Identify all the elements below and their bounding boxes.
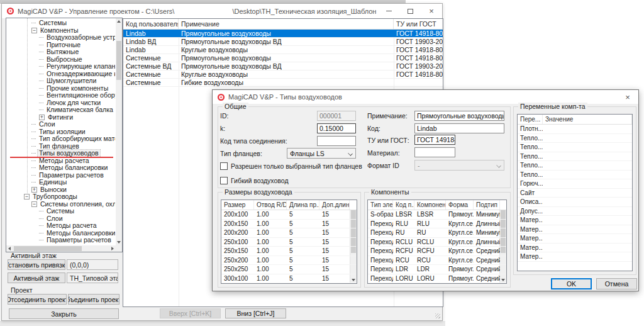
collapse-minus-icon[interactable]: − (31, 201, 37, 207)
table-row[interactable]: LindabКруглые воздуховодыГОСТ 14918-80 (123, 46, 443, 54)
active-floor-button[interactable]: Активный этаж (8, 273, 65, 283)
column-header[interactable]: Длина пр... (287, 200, 319, 210)
table-row[interactable]: Матер... (518, 225, 632, 235)
detach-project-button[interactable]: Отсоединить проект (8, 294, 67, 305)
table-row[interactable]: S-образн...LBSRLBSRПрямоуг...Минимум (368, 210, 506, 220)
ok-button[interactable]: OK (551, 278, 592, 289)
connection-code-field[interactable] (317, 136, 356, 146)
table-row[interactable]: Тепло... (518, 171, 632, 180)
table-row[interactable]: ПереходLDRLDRПрямоуг...Средний (368, 265, 506, 274)
close-dialog-button[interactable]: Закрыть (9, 308, 119, 319)
table-row[interactable]: Допус... (518, 207, 632, 216)
collapse-minus-icon[interactable]: − (24, 194, 30, 200)
scroll-right-icon[interactable] (109, 245, 116, 252)
column-header[interactable]: Отвод R/D (254, 200, 287, 210)
table-row[interactable]: Сайт (518, 189, 632, 198)
tree-item[interactable]: Воздухозаборные устройства (6, 34, 115, 42)
table-row[interactable]: Тепло... (518, 161, 632, 171)
table-row[interactable]: Тепло... (518, 143, 632, 152)
table-row[interactable]: Матер... (518, 244, 632, 253)
column-header[interactable]: Значение (543, 115, 632, 124)
flange-type-select[interactable]: Фланцы LS (287, 148, 356, 159)
move-down-button[interactable]: Вниз [Ctrl+J] (225, 308, 286, 318)
column-header[interactable]: Доп.длина (319, 200, 350, 210)
tree-item[interactable]: Параметры расчетов (6, 237, 115, 244)
column-header[interactable]: Код пользователя (123, 19, 179, 29)
tree-item[interactable]: Системы (6, 208, 115, 215)
expand-plus-icon[interactable]: + (39, 115, 45, 120)
merge-project-button[interactable]: Объединить проект... (68, 294, 119, 305)
table-row[interactable]: СистемныеГибкие воздуховоды (123, 79, 443, 87)
table-row[interactable]: 250x2001.00515 (221, 256, 357, 266)
table-row[interactable]: ПереходRCURCUКругл.се...Средний (368, 256, 506, 266)
tree-item[interactable]: −Трубопроводы (6, 193, 115, 201)
scrollbar-thumb[interactable] (116, 41, 121, 80)
tree-item[interactable]: Тип абсорбирующих материалов (6, 135, 115, 143)
column-header[interactable]: Пере... (518, 115, 543, 124)
table-row[interactable]: ПереходRCLURCLUКругл.се...Длинный (368, 238, 506, 247)
table-row[interactable]: ПереходRCFURCFUКругл.се...Средний (368, 247, 506, 256)
gost-field[interactable]: ГОСТ 14918-80 (414, 135, 455, 145)
table-row[interactable]: 250x1001.00515 (221, 238, 357, 247)
set-origin-button[interactable]: Установить привязку (8, 259, 65, 270)
table-row[interactable]: ПереходRLURLUКругл.се...Длинный (368, 220, 506, 229)
table-row[interactable]: ПереходLORULORUПрямоуг...Средний (368, 274, 506, 284)
tree-item[interactable]: Методы расчета (6, 222, 115, 230)
tree-item[interactable]: Регулирующие клапаны (6, 63, 115, 70)
move-up-button[interactable]: Вверх [Ctrl+K] (160, 308, 221, 318)
tree-item[interactable]: Климатическая балка (6, 106, 115, 114)
maximize-button[interactable] (399, 4, 421, 18)
tree-horizontal-scrollbar[interactable] (6, 245, 116, 252)
column-header[interactable]: Примечание (179, 19, 394, 29)
table-row[interactable]: Матер... (518, 216, 632, 225)
k-field[interactable]: 0.15000 (317, 123, 356, 133)
tree-item[interactable]: Системы (6, 20, 115, 27)
material-field[interactable] (414, 147, 455, 157)
scroll-down-icon[interactable] (116, 239, 122, 245)
tree-item[interactable]: Слои (6, 121, 115, 128)
table-row[interactable]: 300x1501.00515 (221, 283, 357, 284)
tree-item[interactable]: Вытяжные (6, 48, 115, 56)
table-row[interactable]: Системные ВДПрямоугольные воздуховоды ВД… (123, 62, 443, 70)
column-header[interactable]: Размер (221, 200, 254, 210)
column-header[interactable]: ТУ или ГОСТ (394, 19, 443, 29)
code-field[interactable]: Lindab (414, 123, 504, 133)
expand-plus-icon[interactable]: + (31, 187, 37, 193)
table-row[interactable]: Плотн... (518, 125, 632, 134)
flange-only-checkbox[interactable] (220, 162, 228, 170)
table-row[interactable]: 200x1501.00515 (221, 220, 357, 229)
dialog-close-button[interactable]: × (617, 90, 638, 104)
table-row[interactable]: Описа... (518, 198, 632, 207)
table-row[interactable]: LindabПрямоугольные воздуховодыГОСТ 1491… (123, 30, 443, 38)
table-row[interactable]: Матер... (518, 252, 632, 262)
tree-item[interactable]: +Фитинги (6, 114, 115, 121)
table-row[interactable]: Горюч... (518, 179, 632, 189)
table-row[interactable]: 250x2501.00515 (221, 265, 357, 274)
close-window-button[interactable]: × (421, 4, 442, 18)
table-row[interactable]: Тепло... (518, 134, 632, 143)
scrollbar-thumb[interactable] (14, 246, 82, 251)
table-row[interactable]: Матер... (518, 234, 632, 244)
column-header[interactable]: Подтип (474, 200, 500, 210)
table-row[interactable]: Lindab ВДПрямоугольные воздуховоды ВДГОС… (123, 38, 443, 46)
table-row[interactable]: 200x1001.00515 (221, 210, 357, 220)
cancel-button[interactable]: Отмена (596, 278, 637, 289)
table-row[interactable]: 300x1001.00515 (221, 274, 357, 284)
scroll-up-icon[interactable] (116, 18, 122, 25)
table-row[interactable]: СистемныеКруглые воздуховодыГОСТ 14918-8… (123, 70, 443, 79)
column-header[interactable]: Код п... (393, 200, 414, 210)
flexible-duct-checkbox[interactable] (220, 177, 228, 184)
scroll-left-icon[interactable] (6, 245, 13, 252)
tree-item[interactable]: Единицы (6, 179, 115, 186)
table-row[interactable]: Тепло... (518, 152, 632, 162)
tree-item[interactable]: Вентиляционное оборудование (6, 92, 115, 99)
column-header[interactable]: Форма (446, 200, 474, 210)
column-header[interactable]: Тип эле... (368, 200, 393, 210)
tree-item[interactable]: Методы балансировки (6, 164, 115, 172)
tree-vertical-scrollbar[interactable] (116, 18, 122, 245)
tree-item[interactable]: Шумоглушители (6, 77, 115, 85)
table-row[interactable]: 200x2001.00515 (221, 228, 357, 238)
tree-item[interactable]: Типы воздуховодов (6, 150, 115, 157)
column-header[interactable]: Компонент (414, 200, 446, 210)
table-row[interactable]: 250x1501.00515 (221, 247, 357, 256)
